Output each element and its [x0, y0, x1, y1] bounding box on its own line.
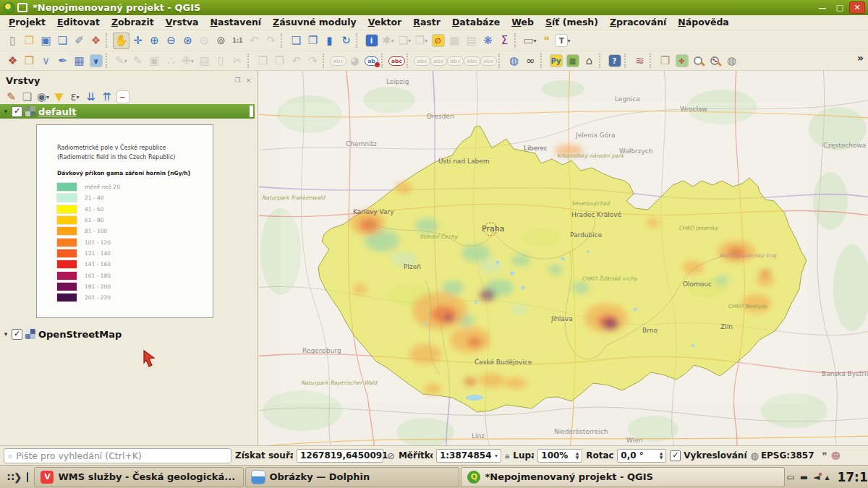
layer-default-checkbox[interactable]: ✓ [12, 106, 22, 117]
search-catalog-button[interactable]: ∞ [522, 53, 539, 69]
deselect-all-button[interactable]: ∅ [430, 33, 446, 49]
georeferencer-button[interactable]: ✜ [673, 53, 690, 69]
run-feature-action-button[interactable]: ✱▾ [380, 33, 396, 49]
copy-features-button[interactable]: ❐ [255, 53, 271, 69]
new-geopackage-button[interactable]: ❒ [21, 53, 38, 69]
layer-osm-name[interactable]: OpenStreetMap [38, 329, 122, 340]
zoom-in-button[interactable]: ⊕ [146, 33, 163, 49]
project-save-button[interactable]: ▣ [38, 33, 54, 49]
zoom-native-button[interactable]: 1:1 [229, 33, 246, 49]
modify-attributes-button[interactable]: ▤ [196, 53, 213, 69]
home-button[interactable]: ⌂ [581, 53, 597, 69]
user-profile-icon[interactable]: ☻ [831, 450, 841, 461]
menu-rastr[interactable]: Rastr [407, 15, 446, 30]
map-tips-button[interactable]: ❝ [538, 33, 555, 49]
app-launcher-icon[interactable]: ∷❯ [3, 471, 25, 483]
menu-projekt[interactable]: Projekt [3, 15, 51, 30]
new-3d-map-view-button[interactable]: ❐ [305, 33, 321, 49]
menu-nápověda[interactable]: Nápověda [672, 15, 734, 30]
pan-map-button[interactable]: ✋ [113, 33, 129, 49]
filter-legend-button[interactable]: ▼ [51, 90, 67, 105]
layer-row-default[interactable]: ▾ ✓ default [0, 104, 255, 119]
virtual-desktop-pager[interactable] [27, 472, 28, 482]
spinner-arrows-icon[interactable]: ▲▼ [658, 451, 663, 460]
extent-follows-mouse-icon[interactable]: ⊘ [387, 450, 395, 461]
messages-icon[interactable]: ❞ [822, 450, 827, 461]
rotation-spinbox[interactable]: 0,0 ° ▲▼ [617, 449, 666, 463]
zoom-level-tool-button[interactable] [690, 53, 707, 69]
new-shapefile-button[interactable]: ∨ [38, 53, 54, 69]
menu-zpracování[interactable]: Zpracování [604, 15, 672, 30]
save-edits-button[interactable]: ▣ [146, 53, 163, 69]
add-group-button[interactable]: ❏ [20, 90, 35, 105]
panel-float-icon[interactable]: ❐ [233, 77, 242, 84]
select-features-button[interactable]: ❏▾ [396, 33, 413, 49]
delete-selected-button[interactable]: ▯ [213, 53, 229, 69]
zoom-to-layer-button[interactable]: ⊚ [213, 33, 229, 49]
style-manager-button[interactable]: ❖ [88, 33, 104, 49]
checkbox-icon[interactable]: ✓ [670, 450, 681, 461]
bookmarks-button[interactable]: ▮ [321, 33, 338, 49]
manage-map-themes-button[interactable]: ◉▾ [35, 90, 51, 105]
field-calculator-button[interactable]: ▤ [463, 33, 480, 49]
menu-zobrazit[interactable]: Zobrazit [106, 15, 160, 30]
coordinate-input[interactable]: 1267819,6450091 [297, 449, 383, 463]
vertex-tool-button[interactable]: ✙▾ [179, 53, 196, 69]
menu-editovat[interactable]: Editovat [51, 15, 106, 30]
project-save-as-button[interactable]: ❏ [54, 33, 71, 49]
minimize-button[interactable]: — [815, 2, 830, 13]
refresh-button[interactable]: ↻ [338, 33, 354, 49]
expand-arrow-icon[interactable]: ▾ [0, 108, 12, 115]
close-button[interactable]: ✕ [850, 2, 864, 13]
scale-combobox[interactable]: 1:3874854 ▾ [436, 449, 501, 463]
attribute-table-button[interactable]: ▦ [446, 33, 463, 49]
zoom-last-button[interactable]: ↶ [246, 33, 263, 49]
layer-labeling-button[interactable]: ab [363, 53, 380, 69]
project-properties-button[interactable]: ✐ [71, 33, 88, 49]
menu-vektor[interactable]: Vektor [362, 15, 408, 30]
crs-status-button[interactable]: ◍ EPSG:3857 [751, 450, 814, 461]
layer-labeling-options-button[interactable]: abc [330, 53, 346, 69]
options-button[interactable]: ❋ [480, 33, 496, 49]
menu-databáze[interactable]: Databáze [446, 15, 506, 30]
menu-nastavení[interactable]: Nastavení [205, 15, 268, 30]
layer-diagram-options-button[interactable]: ◕ [346, 53, 363, 69]
new-virtual-layer-button[interactable]: ∨ [88, 53, 104, 69]
zoom-full-button[interactable]: ⊛ [179, 33, 196, 49]
map-canvas[interactable]: LeipzigDresdenChemnitzLegnicaWrocławJele… [259, 71, 868, 445]
new-map-view-button[interactable]: ❏ [288, 33, 305, 49]
task-button-vivaldi[interactable]: VWMS služby - Česká geologická... [34, 467, 244, 487]
maximize-button[interactable]: ▢ [833, 2, 847, 13]
new-mesh-layer-button[interactable]: ▦ [71, 53, 88, 69]
task-button-dolphin[interactable]: Obrázky — Dolphin [245, 467, 459, 487]
menu-síť-mesh-[interactable]: Síť (mesh) [540, 15, 604, 30]
metasearch-button[interactable]: ◍ [506, 53, 522, 69]
pin-labels-button[interactable]: abc [414, 53, 430, 69]
spinner-arrows-icon[interactable]: ▲▼ [574, 451, 579, 460]
volume-icon[interactable]: ◄ [813, 472, 820, 482]
remove-layer-button[interactable]: − [115, 90, 130, 105]
text-annotation-button[interactable]: T▾ [555, 33, 571, 49]
toolbar-overflow-button[interactable]: » [857, 52, 864, 64]
select-by-form-button[interactable]: ❐▾ [413, 33, 430, 49]
zoom-to-selection-button[interactable]: ⊙ [196, 33, 213, 49]
copy-coordinates-button[interactable]: ❐ [657, 53, 673, 69]
globe-wireframe-button[interactable]: ◍ [723, 53, 740, 69]
zoom-out-button[interactable]: ⊖ [163, 33, 179, 49]
change-label-button[interactable]: abc [480, 53, 497, 69]
lock-icon[interactable]: 🔒︎ [505, 450, 509, 461]
cluster-magnifier-button[interactable] [707, 53, 723, 69]
undo-button[interactable]: ↶ [288, 53, 305, 69]
layer-diagram-button[interactable]: abc [388, 53, 405, 69]
layer-osm-checkbox[interactable]: ✓ [12, 329, 22, 340]
python-console-button[interactable]: Py [548, 53, 564, 69]
layer-default-name[interactable]: default [38, 106, 76, 117]
expand-all-button[interactable]: ⇊ [83, 90, 98, 105]
search-input[interactable]: ⌕ Pište pro vyhledání (Ctrl+K) [4, 448, 231, 463]
task-button-qgis[interactable]: Q*Nepojmenovaný projekt - QGIS [461, 467, 785, 487]
zoom-next-button[interactable]: ↷ [263, 33, 279, 49]
tray-expander-icon[interactable]: ▴ [825, 472, 829, 482]
menu-zásuvné-moduly[interactable]: Zásuvné moduly [267, 15, 362, 30]
open-layer-styling-button[interactable]: ✎ [4, 90, 19, 105]
project-open-button[interactable]: ❒ [21, 33, 38, 49]
